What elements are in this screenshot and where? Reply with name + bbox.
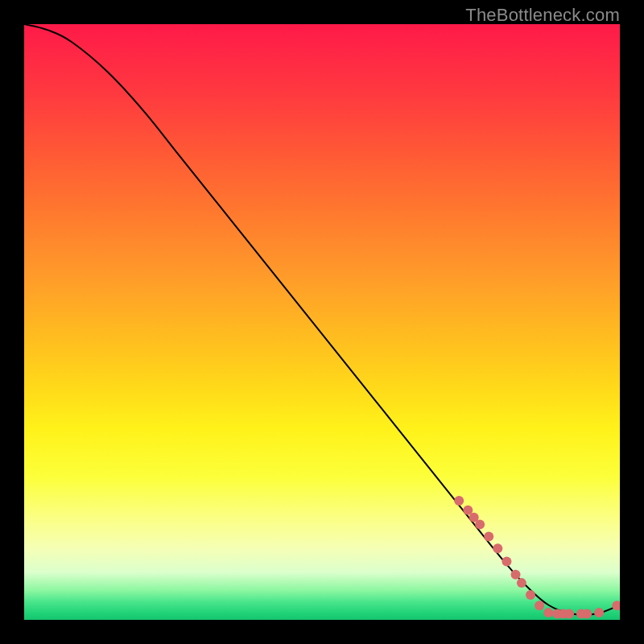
- data-dots: [454, 496, 620, 619]
- data-dot: [454, 496, 464, 506]
- data-dot: [535, 601, 544, 610]
- data-dot: [543, 608, 553, 617]
- data-dot: [582, 609, 592, 619]
- data-dot: [493, 543, 502, 553]
- data-dot: [594, 608, 604, 617]
- data-dot: [484, 531, 493, 541]
- data-dot: [511, 570, 521, 580]
- chart-overlay: [24, 24, 620, 620]
- plot-area: [24, 24, 620, 620]
- data-dot: [564, 609, 574, 619]
- chart-stage: TheBottleneck.com: [0, 0, 644, 644]
- data-dot: [612, 601, 620, 610]
- data-dot: [502, 556, 511, 566]
- watermark-text: TheBottleneck.com: [465, 5, 620, 26]
- data-dot: [526, 590, 535, 600]
- data-dot: [475, 520, 485, 530]
- bottleneck-curve: [24, 24, 620, 615]
- data-dot: [517, 578, 526, 588]
